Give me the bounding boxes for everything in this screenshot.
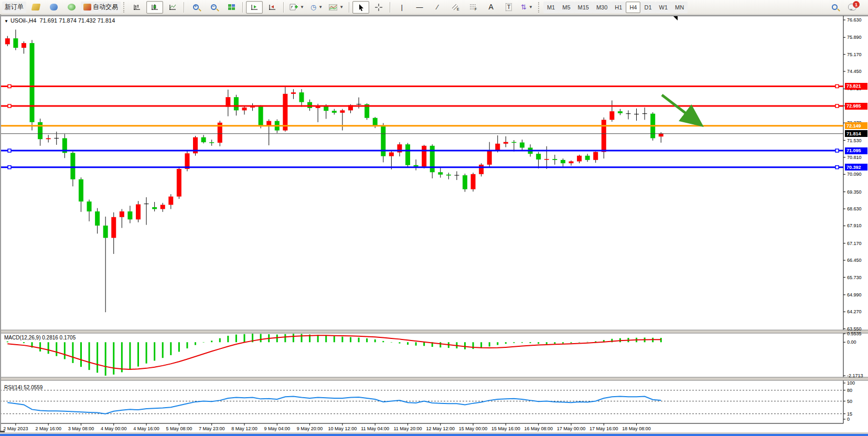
active-tab-strip (0, 434, 868, 436)
dropdown-caret-icon: ▼ (529, 5, 533, 9)
date-label: 2 May 2023 (3, 426, 28, 431)
vertical-line-button[interactable]: | (393, 1, 410, 14)
autotrading-label: 自动交易 (93, 3, 118, 12)
horizontal-line-objects[interactable] (0, 84, 843, 168)
date-label: 3 May 08:00 (68, 426, 94, 431)
price-tick-label: 75.170 (847, 52, 862, 57)
data-window-icon (50, 4, 58, 10)
current-price-box: 71.814 (845, 130, 867, 137)
cursor-arrow-icon (358, 4, 364, 11)
macd-panel (7, 334, 845, 376)
price-tick-label: 70.090 (847, 172, 862, 177)
text-label-button[interactable]: T (500, 1, 517, 14)
annotation-arrow[interactable] (662, 95, 698, 122)
text-button[interactable]: A (483, 1, 499, 14)
date-label: 10 May 12:00 (328, 426, 357, 431)
text-label-icon: T (506, 3, 512, 11)
date-axis[interactable] (16, 423, 637, 426)
date-label: 11 May 04:00 (361, 426, 389, 431)
svg-text:E: E (457, 7, 459, 10)
market-watch-icon (31, 4, 40, 10)
horizontal-line-button[interactable]: — (411, 1, 428, 14)
timeframe-button-m15[interactable]: M15 (574, 2, 593, 13)
crosshair-button[interactable] (370, 1, 387, 14)
timeframe-button-m1[interactable]: M1 (543, 2, 559, 13)
chart-shift-marker[interactable] (673, 16, 678, 20)
rsi-tick-label: 0 (847, 417, 850, 422)
timeframe-button-m5[interactable]: M5 (559, 2, 574, 13)
chart-shift-icon (269, 4, 276, 10)
date-label: 9 May 04:00 (264, 426, 291, 431)
fibonacci-icon: F (469, 4, 477, 10)
zoom-in-button[interactable]: + (187, 1, 204, 14)
bar-chart-button[interactable] (128, 1, 145, 14)
fibonacci-button[interactable]: F (465, 1, 481, 14)
price-tick-label: 64.990 (847, 292, 862, 297)
macd-label: MACD(12,26,9) 0.2816 0.1705 (4, 335, 76, 341)
window-left-border (0, 15, 1, 436)
price-tick-label: 64.270 (847, 309, 862, 314)
macd-tick-label: 0.00 (847, 339, 856, 345)
ohlc-readout: 71.691 71.874 71.432 71.814 (40, 17, 115, 24)
autotrading-icon (83, 4, 91, 10)
price-tick-label: 67.910 (847, 223, 862, 228)
panel-separator[interactable] (0, 330, 868, 333)
data-window-button[interactable] (45, 1, 62, 14)
timeframe-button-d1[interactable]: D1 (640, 2, 655, 13)
rsi-tick-label: 50 (847, 399, 852, 404)
dropdown-caret-icon: ▼ (318, 5, 323, 9)
zoom-out-button[interactable]: − (205, 1, 222, 14)
timeframe-button-w1[interactable]: W1 (656, 2, 672, 13)
market-watch-button[interactable] (27, 1, 44, 14)
templates-button[interactable]: ▼ (326, 1, 346, 14)
date-label: 7 May 23:00 (199, 426, 225, 431)
chart-shift-button[interactable] (264, 1, 281, 14)
candlestick-chart-button[interactable] (146, 1, 163, 14)
date-label: 16 May 08:00 (524, 426, 553, 431)
autotrading-button[interactable]: 自动交易 (81, 2, 121, 13)
search-icon (832, 4, 838, 10)
chart-canvas[interactable] (0, 15, 868, 436)
chart-window[interactable]: ▼USOil-,H4 71.691 71.874 71.432 71.814 M… (0, 15, 868, 436)
date-label: 5 May 08:00 (166, 426, 192, 431)
date-label: 18 May 08:00 (622, 426, 651, 431)
rsi-tick-label: 80 (847, 388, 852, 393)
hline-price-box: 71.095 (845, 147, 867, 154)
search-button[interactable] (826, 1, 843, 14)
collapse-icon[interactable]: ▼ (4, 19, 8, 24)
arrows-button[interactable]: ⇅ ▼ (518, 1, 535, 14)
hline-price-box: 72.985 (845, 103, 867, 110)
equidistant-channel-button[interactable]: E (447, 1, 464, 14)
timeframe-button-h4[interactable]: H4 (626, 2, 640, 13)
tile-windows-button[interactable] (223, 1, 240, 14)
rsi-tick-label: 15 (847, 411, 852, 417)
vertical-line-icon: | (401, 4, 402, 10)
price-axis[interactable] (843, 20, 845, 329)
timeframe-button-h1[interactable]: H1 (611, 2, 626, 13)
navigator-button[interactable] (63, 1, 80, 14)
price-tick-label: 69.350 (847, 189, 862, 195)
add-indicator-button[interactable]: f ▼ (287, 1, 307, 14)
chart-title: ▼USOil-,H4 71.691 71.874 71.432 71.814 (4, 17, 115, 24)
new-order-button[interactable]: 新订单 (2, 2, 26, 13)
cursor-button[interactable] (352, 1, 369, 14)
line-chart-button[interactable] (164, 1, 181, 14)
periods-button[interactable]: ◷ ▼ (308, 1, 325, 14)
notifications-button[interactable]: 1 (844, 1, 861, 14)
panel-separator[interactable] (0, 377, 868, 380)
zoom-out-icon: − (211, 4, 217, 10)
crosshair-icon (375, 4, 382, 11)
hline-price-box: 70.392 (845, 164, 867, 171)
zoom-in-icon: + (193, 4, 199, 10)
timeframe-button-mn[interactable]: MN (671, 2, 688, 13)
price-tick-label: 70.810 (847, 155, 862, 160)
price-tick-label: 67.170 (847, 241, 862, 246)
timeframe-button-m30[interactable]: M30 (593, 2, 611, 13)
macd-tick-label: -2.1713 (847, 373, 863, 378)
toolbar-separator (184, 2, 185, 13)
trendline-button[interactable]: ∕ (429, 1, 446, 14)
horizontal-line-icon: — (416, 4, 423, 10)
macd-tick-label: 0.5535 (847, 331, 862, 336)
svg-text:F: F (475, 7, 477, 10)
auto-scroll-button[interactable] (246, 1, 263, 14)
